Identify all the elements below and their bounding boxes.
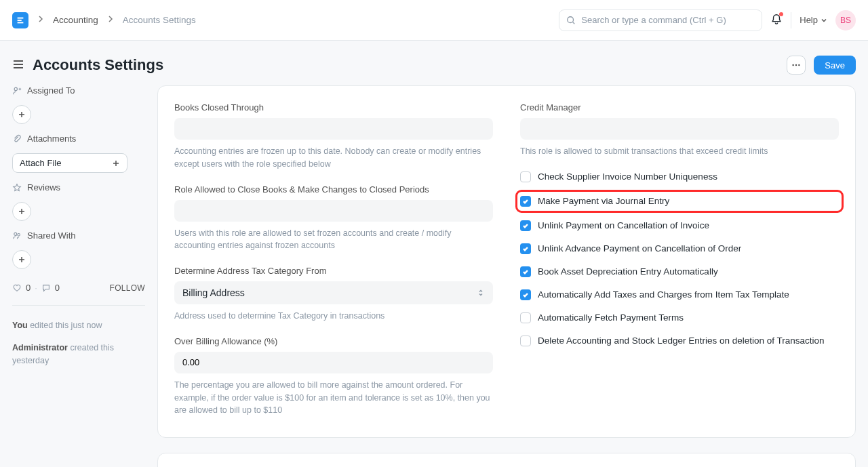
svg-rect-1 xyxy=(18,20,22,21)
sidebar-toggle[interactable] xyxy=(12,58,24,73)
svg-rect-2 xyxy=(18,22,24,23)
check-icon xyxy=(522,222,529,229)
timeline-text: edited this just now xyxy=(28,321,102,330)
checkbox-row[interactable]: Make Payment via Journal Entry xyxy=(520,195,839,208)
timeline-entry: You edited this just now xyxy=(12,319,145,332)
chevron-right-icon xyxy=(106,15,115,25)
deferred-accounting-card: Deferred Accounting Settings xyxy=(157,453,856,467)
checkbox-label: Delete Accounting and Stock Ledger Entri… xyxy=(538,336,825,346)
add-share-button[interactable] xyxy=(12,250,31,269)
svg-point-7 xyxy=(14,87,17,90)
chevron-right-icon xyxy=(37,15,45,25)
chevron-down-icon xyxy=(821,17,827,24)
dots-horizontal-icon xyxy=(791,60,801,70)
timeline-actor: You xyxy=(12,321,28,330)
checkbox[interactable] xyxy=(520,336,531,346)
search-icon xyxy=(566,16,576,25)
checkbox-row[interactable]: Unlink Payment on Cancellation of Invoic… xyxy=(520,220,839,231)
form-sidebar: Assigned To Attachments Attach File Revi… xyxy=(12,85,145,467)
svg-point-8 xyxy=(14,232,17,235)
shared-with-label: Shared With xyxy=(12,230,145,241)
overbill-help: The percentage you are allowed to bill m… xyxy=(174,379,493,417)
checkbox[interactable] xyxy=(520,266,531,277)
checkbox-label: Make Payment via Journal Entry xyxy=(538,196,669,206)
tax-category-select[interactable]: Billing Address xyxy=(174,281,493,304)
reviews-text: Reviews xyxy=(27,182,60,192)
timeline-actor: Administrator xyxy=(12,343,68,352)
top-navbar: Accounting Accounts Settings Search or t… xyxy=(0,0,868,41)
page-actions-menu[interactable] xyxy=(787,56,806,75)
user-avatar[interactable]: BS xyxy=(835,10,856,31)
comment-icon[interactable] xyxy=(41,283,51,293)
plus-icon xyxy=(18,207,26,216)
checkbox[interactable] xyxy=(520,243,531,254)
checkbox-row[interactable]: Book Asset Depreciation Entry Automatica… xyxy=(520,266,839,277)
role-close-input[interactable] xyxy=(174,200,493,222)
checkbox-label: Automatically Add Taxes and Charges from… xyxy=(538,289,789,300)
checkbox-row[interactable]: Unlink Advance Payment on Cancellation o… xyxy=(520,243,839,254)
checkbox-label: Automatically Fetch Payment Terms xyxy=(538,312,684,323)
follow-button[interactable]: FOLLOW xyxy=(110,283,145,293)
svg-point-3 xyxy=(568,16,574,22)
dot-separator: · xyxy=(35,283,37,293)
books-closed-help: Accounting entries are frozen up to this… xyxy=(174,145,493,171)
assigned-to-text: Assigned To xyxy=(27,85,75,96)
svg-point-6 xyxy=(799,64,800,66)
page-title: Accounts Settings xyxy=(33,56,163,74)
check-icon xyxy=(522,268,529,275)
assigned-to-label: Assigned To xyxy=(12,85,145,96)
star-icon xyxy=(12,183,22,192)
checkbox-row[interactable]: Automatically Fetch Payment Terms xyxy=(520,312,839,323)
books-closed-label: Books Closed Through xyxy=(174,102,493,113)
svg-rect-0 xyxy=(18,17,24,18)
app-logo[interactable] xyxy=(12,12,28,28)
checkbox-row[interactable]: Delete Accounting and Stock Ledger Entri… xyxy=(520,336,839,346)
attach-file-text: Attach File xyxy=(20,158,61,168)
breadcrumb-current: Accounts Settings xyxy=(123,15,196,25)
plus-icon xyxy=(112,159,120,167)
checkbox-label: Check Supplier Invoice Number Uniqueness xyxy=(538,171,717,182)
search-placeholder: Search or type a command (Ctrl + G) xyxy=(581,15,726,25)
checkbox[interactable] xyxy=(520,289,531,300)
notifications-button[interactable] xyxy=(770,13,783,27)
add-review-button[interactable] xyxy=(12,202,31,221)
checkbox-row[interactable]: Check Supplier Invoice Number Uniqueness xyxy=(520,171,839,182)
breadcrumb-accounting[interactable]: Accounting xyxy=(53,15,98,25)
nav-divider xyxy=(791,12,791,28)
reviews-label: Reviews xyxy=(12,182,145,192)
checkbox[interactable] xyxy=(520,196,531,207)
checkbox[interactable] xyxy=(520,312,531,323)
svg-point-9 xyxy=(18,233,20,236)
overbill-input[interactable] xyxy=(174,352,493,373)
settings-card: Books Closed Through Accounting entries … xyxy=(157,85,856,438)
checkbox-row[interactable]: Automatically Add Taxes and Charges from… xyxy=(520,289,839,300)
heart-icon[interactable] xyxy=(12,283,22,293)
shared-with-text: Shared With xyxy=(27,230,76,241)
attachments-label: Attachments xyxy=(12,134,145,144)
comments-count: 0 xyxy=(55,283,60,293)
credit-mgr-label: Credit Manager xyxy=(520,102,839,113)
help-dropdown[interactable]: Help xyxy=(800,15,827,25)
checkbox[interactable] xyxy=(520,171,531,182)
save-button[interactable]: Save xyxy=(814,56,856,75)
tax-category-value: Billing Address xyxy=(182,287,245,298)
credit-mgr-input[interactable] xyxy=(520,118,839,140)
attachments-text: Attachments xyxy=(27,134,76,144)
add-assignee-button[interactable] xyxy=(12,105,31,124)
plus-icon xyxy=(18,110,26,119)
paperclip-icon xyxy=(12,134,22,144)
breadcrumbs: Accounting Accounts Settings xyxy=(37,15,196,25)
tax-category-label: Determine Address Tax Category From xyxy=(174,266,493,276)
attach-file-button[interactable]: Attach File xyxy=(12,153,127,173)
overbill-label: Over Billing Allowance (%) xyxy=(174,336,493,346)
sidebar-divider xyxy=(12,305,145,306)
checkbox[interactable] xyxy=(520,220,531,231)
tax-category-help: Address used to determine Tax Category i… xyxy=(174,310,493,323)
select-arrows-icon xyxy=(477,289,485,297)
checkbox-label: Unlink Payment on Cancellation of Invoic… xyxy=(538,220,709,230)
books-closed-input[interactable] xyxy=(174,118,493,140)
checkbox-label: Book Asset Depreciation Entry Automatica… xyxy=(538,266,718,277)
likes-count: 0 xyxy=(26,283,31,293)
global-search[interactable]: Search or type a command (Ctrl + G) xyxy=(559,9,762,31)
plus-icon xyxy=(18,256,26,264)
